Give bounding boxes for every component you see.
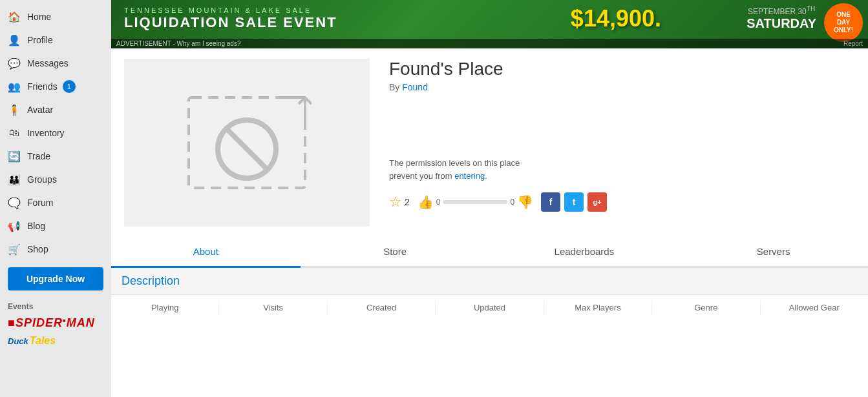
facebook-share-button[interactable]: f [541,192,560,212]
entering-link[interactable]: entering. [454,171,487,181]
ad-sale-text: TENNESSEE MOUNTAIN & LAKE SALE LIQUIDATI… [124,6,337,31]
stat-allowed-gear: Allowed Gear [761,300,868,315]
avatar-icon: 🧍 [8,103,21,116]
vote-up-count: 0 [436,198,441,207]
twitter-share-button[interactable]: t [564,192,584,212]
place-actions: ☆ 2 👍 0 0 👎 f t g+ [389,192,855,212]
blog-icon: 📢 [8,219,21,232]
sidebar-label-friends: Friends [27,81,58,92]
thumbs-down-button[interactable]: 👎 [517,194,533,210]
tab-store[interactable]: Store [301,237,490,268]
sidebar-label-avatar: Avatar [27,105,53,115]
sidebar-item-inventory[interactable]: 🛍 Inventory [0,121,111,145]
stat-max-players: Max Players [544,300,652,315]
sidebar-item-avatar[interactable]: 🧍 Avatar [0,98,111,121]
stat-updated: Updated [436,300,544,315]
ad-price: $14,900. [571,5,661,32]
sidebar-item-blog[interactable]: 📢 Blog [0,214,111,238]
sidebar-item-messages[interactable]: 💬 Messages [0,52,111,75]
sidebar-label-blog: Blog [27,221,45,231]
description-section: Description [111,268,868,294]
svg-rect-0 [189,97,305,188]
sidebar-item-forum[interactable]: 🗨️ Forum [0,191,111,214]
ad-date-line1: SEPTEMBER 30TH [746,5,816,16]
sidebar-item-home[interactable]: 🏠 Home [0,5,111,28]
place-permission-text: The permission levels on this place prev… [389,157,855,182]
forum-icon: 🗨️ [8,196,21,209]
ad-advertisement-label: ADVERTISEMENT - Why am I seeing ads? [116,40,240,47]
tab-leaderboards[interactable]: Leaderboards [490,237,679,268]
upgrade-now-button[interactable]: Upgrade Now [8,267,103,290]
ad-footer: ADVERTISEMENT - Why am I seeing ads? Rep… [111,39,868,48]
tab-servers[interactable]: Servers [679,237,868,268]
ad-sale-line2: LIQUIDATION SALE EVENT [124,14,337,31]
sidebar-label-home: Home [27,12,51,22]
ducktales-event[interactable]: DuckTales [0,332,111,349]
place-header: Found's Place By Found The permission le… [111,48,868,237]
vote-bar: 👍 0 0 👎 [418,194,533,210]
star-icon: ☆ [389,194,402,210]
content-area: Found's Place By Found The permission le… [111,48,868,397]
place-by-label: By [389,82,399,92]
stat-created: Created [328,300,436,315]
vote-down-count: 0 [510,198,514,207]
ad-date-line2: SATURDAY [746,16,816,31]
favorite-button[interactable]: ☆ 2 [389,194,410,210]
trade-icon: 🔄 [8,150,21,163]
thumbs-up-button[interactable]: 👍 [418,194,434,210]
main-area: $14,900. TENNESSEE MOUNTAIN & LAKE SALE … [111,0,868,397]
sidebar-item-groups[interactable]: 👪 Groups [0,168,111,191]
star-count: 2 [405,197,410,207]
stat-playing: Playing [111,300,219,315]
place-info: Found's Place By Found The permission le… [370,59,855,227]
sidebar-label-inventory: Inventory [27,128,65,138]
tab-about[interactable]: About [111,237,301,268]
sidebar-label-messages: Messages [27,58,69,68]
place-by: By Found [389,82,855,92]
sidebar-item-trade[interactable]: 🔄 Trade [0,145,111,168]
sidebar: 🏠 Home 👤 Profile 💬 Messages 👥 Friends 1 … [0,0,111,397]
ad-oneday-badge: ONE DAY ONLY! [824,3,863,42]
ad-report-link[interactable]: Report [843,40,863,47]
sidebar-label-profile: Profile [27,35,53,45]
tabs-bar: About Store Leaderboards Servers [111,237,868,268]
spiderman-logo: ■SPIDER■MAN [8,316,103,330]
place-author-link[interactable]: Found [402,82,428,92]
stat-visits: Visits [219,300,327,315]
friends-icon: 👥 [8,80,21,93]
vote-progress-bar [443,200,507,204]
stat-genre: Genre [652,300,760,315]
sidebar-label-trade: Trade [27,151,50,161]
place-thumbnail [124,59,370,227]
place-title: Found's Place [389,59,855,79]
messages-icon: 💬 [8,57,21,70]
no-image-svg [182,91,312,194]
sidebar-label-shop: Shop [27,244,48,254]
social-share-buttons: f t g+ [541,192,607,212]
ad-sale-line1: TENNESSEE MOUNTAIN & LAKE SALE [124,6,337,14]
home-icon: 🏠 [8,10,21,23]
googleplus-share-button[interactable]: g+ [587,192,607,212]
sidebar-item-friends[interactable]: 👥 Friends 1 [0,75,111,98]
sidebar-item-profile[interactable]: 👤 Profile [0,28,111,52]
groups-icon: 👪 [8,173,21,186]
events-heading: Events [0,297,111,314]
sidebar-label-forum: Forum [27,198,53,208]
inventory-icon: 🛍 [8,127,21,139]
ad-date-box: SEPTEMBER 30TH SATURDAY [746,5,816,31]
spiderman-event[interactable]: ■SPIDER■MAN [0,314,111,332]
ducktales-logo: DuckTales [8,335,103,347]
profile-icon: 👤 [8,34,21,46]
sidebar-label-groups: Groups [27,174,57,185]
shop-icon: 🛒 [8,243,21,256]
sidebar-item-shop[interactable]: 🛒 Shop [0,238,111,261]
ad-banner: $14,900. TENNESSEE MOUNTAIN & LAKE SALE … [111,0,868,48]
svg-line-4 [226,128,268,170]
stats-row: Playing Visits Created Updated Max Playe… [111,294,868,320]
friends-badge: 1 [63,80,76,93]
description-heading: Description [122,274,180,287]
